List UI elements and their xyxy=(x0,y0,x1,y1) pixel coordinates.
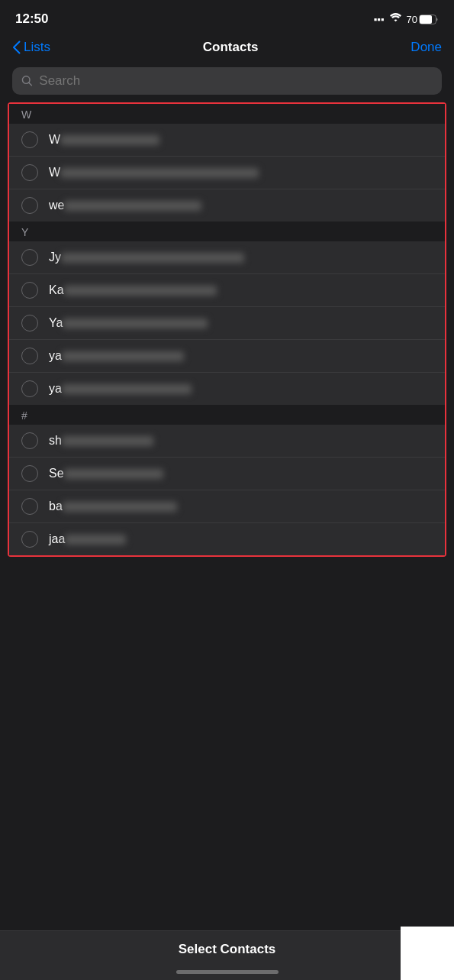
radio-button[interactable] xyxy=(21,380,38,397)
contact-row[interactable]: ya xyxy=(9,340,445,373)
contact-name: we xyxy=(49,199,201,212)
contact-row[interactable]: Jy xyxy=(9,241,445,274)
contact-name: sh xyxy=(49,434,153,447)
section-header-y: Y xyxy=(9,222,445,241)
status-bar: 12:50 ▪▪▪ 70 xyxy=(0,0,454,34)
contact-name: W xyxy=(49,133,159,146)
wifi-icon xyxy=(389,13,402,25)
contact-info: sh xyxy=(49,434,433,448)
radio-button[interactable] xyxy=(21,164,38,181)
contact-row[interactable]: sh xyxy=(9,425,445,458)
battery-icon: 70 xyxy=(407,14,439,25)
contact-name: Jy xyxy=(49,251,244,264)
radio-button[interactable] xyxy=(21,348,38,364)
search-bar[interactable] xyxy=(12,67,442,95)
contact-info: we xyxy=(49,199,433,212)
search-icon xyxy=(21,75,33,87)
radio-button[interactable] xyxy=(21,282,38,299)
contact-row[interactable]: jaa xyxy=(9,523,445,555)
contact-name: Ka xyxy=(49,283,217,296)
contact-info: ya xyxy=(49,349,433,363)
contact-row[interactable]: ya xyxy=(9,373,445,405)
contact-row[interactable]: Ka xyxy=(9,274,445,307)
status-icons: ▪▪▪ 70 xyxy=(374,13,439,25)
contact-name: jaa xyxy=(49,532,126,545)
contact-row[interactable]: we xyxy=(9,189,445,222)
contact-row[interactable]: W xyxy=(9,124,445,157)
page-title: Contacts xyxy=(203,40,259,55)
contact-info: ba xyxy=(49,500,433,513)
contact-name: Se xyxy=(49,467,163,480)
section-hash: # sh Se ba jaa xyxy=(9,405,445,555)
contact-row[interactable]: ba xyxy=(9,490,445,523)
nav-bar: Lists Contacts Done xyxy=(0,34,454,63)
select-contacts-label: Select Contacts xyxy=(179,942,276,957)
contact-info: Se xyxy=(49,467,433,480)
done-button[interactable]: Done xyxy=(411,40,442,55)
contact-name: ba xyxy=(49,500,177,513)
contact-row[interactable]: W xyxy=(9,157,445,189)
contacts-list: W W W we Y Jy xyxy=(8,102,446,557)
radio-button[interactable] xyxy=(21,197,38,214)
radio-button[interactable] xyxy=(21,315,38,332)
signal-icon: ▪▪▪ xyxy=(374,14,385,25)
contact-info: jaa xyxy=(49,532,433,546)
back-button[interactable]: Lists xyxy=(12,40,50,55)
contact-info: Ka xyxy=(49,283,433,297)
radio-button[interactable] xyxy=(21,498,38,515)
search-container xyxy=(0,63,454,102)
back-label: Lists xyxy=(24,40,50,55)
contact-row[interactable]: Ya xyxy=(9,307,445,340)
contact-name: ya xyxy=(49,349,184,362)
home-indicator xyxy=(176,970,279,974)
search-input[interactable] xyxy=(39,73,433,89)
radio-button[interactable] xyxy=(21,465,38,482)
radio-button[interactable] xyxy=(21,249,38,266)
contact-name: W xyxy=(49,166,259,179)
section-y: Y Jy Ka Ya ya ya xyxy=(9,222,445,405)
contact-info: ya xyxy=(49,382,433,396)
radio-button[interactable] xyxy=(21,432,38,449)
contact-name: Ya xyxy=(49,316,208,329)
status-time: 12:50 xyxy=(15,11,48,27)
contact-info: W xyxy=(49,133,433,147)
section-header-w: W xyxy=(9,104,445,124)
contact-info: Ya xyxy=(49,316,433,330)
contact-row[interactable]: Se xyxy=(9,458,445,490)
white-square xyxy=(401,927,454,980)
svg-rect-1 xyxy=(420,15,432,24)
section-header-hash: # xyxy=(9,405,445,425)
contact-info: W xyxy=(49,166,433,180)
contact-name: ya xyxy=(49,382,192,395)
radio-button[interactable] xyxy=(21,131,38,148)
contact-info: Jy xyxy=(49,251,433,264)
radio-button[interactable] xyxy=(21,531,38,548)
section-w: W W W we xyxy=(9,104,445,222)
